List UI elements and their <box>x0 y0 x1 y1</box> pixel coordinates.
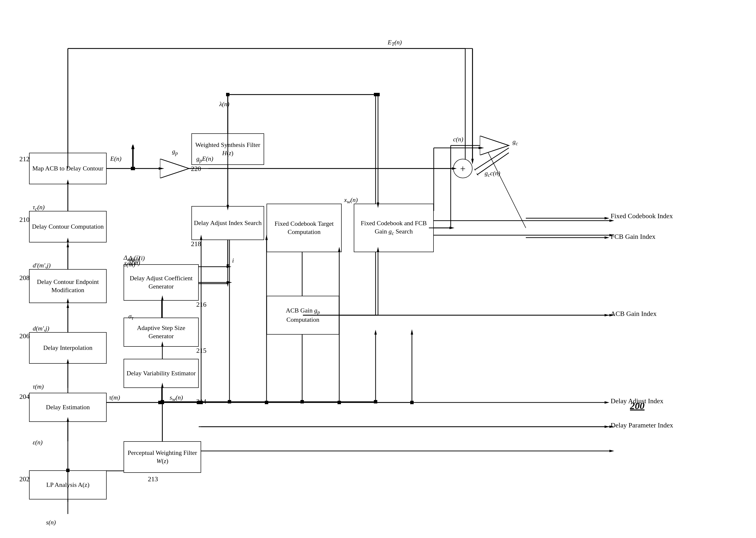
svg-marker-53 <box>226 264 229 269</box>
delay-contour-endpoint-label: Delay Contour Endpoint Modification <box>31 278 104 294</box>
out-delay-param-index: Delay Parameter Index <box>611 421 673 429</box>
svg-rect-44 <box>158 401 162 404</box>
svg-marker-13 <box>67 303 69 308</box>
num-214: 214 <box>196 398 207 405</box>
num-208: 208 <box>20 274 29 282</box>
svg-marker-42 <box>374 330 377 335</box>
svg-marker-15 <box>67 242 69 247</box>
lambda-n-label: λ(n) <box>219 101 229 108</box>
delay-interpolation-label: Delay Interpolation <box>43 344 93 352</box>
d-prime-label: d'(m',j) <box>33 262 51 269</box>
num-212: 212 <box>20 155 29 163</box>
svg-marker-154 <box>449 227 454 229</box>
svg-rect-137 <box>265 401 268 404</box>
e-n-label: E(n) <box>110 155 121 162</box>
acb-gain-label: ACB Gain gp Computation <box>269 306 337 324</box>
tau-m-right-label: τ(m) <box>109 394 120 401</box>
num-220: 220 <box>191 165 201 173</box>
svg-marker-170 <box>226 281 229 287</box>
svg-rect-101 <box>132 167 135 170</box>
gp-amplifier <box>160 159 194 178</box>
delay-adj-coeff-block: Delay Adjust Coefficient Generator <box>123 264 199 301</box>
sw-n-label: sw(n) <box>169 394 183 403</box>
num-218: 218 <box>191 240 201 248</box>
out-acb-gain-index: ACB Gain Index <box>611 310 657 318</box>
svg-marker-67 <box>604 217 609 219</box>
out-fcb-gain-index: FCB Gain Index <box>611 233 655 241</box>
svg-marker-129 <box>226 281 232 284</box>
svg-rect-20 <box>131 167 134 170</box>
map-acb-block: Map ACB to Delay Contour <box>29 153 107 184</box>
num-216: 216 <box>196 301 207 308</box>
svg-line-76 <box>485 145 526 228</box>
delay-contour-endpoint-block: Delay Contour Endpoint Modification <box>29 269 107 303</box>
s-n-label: s(n) <box>46 519 56 526</box>
svg-marker-105 <box>132 144 134 149</box>
svg-marker-22 <box>131 144 134 149</box>
svg-rect-135 <box>161 401 164 404</box>
delay-contour-computation-label: Delay Contour Computation <box>32 223 104 231</box>
delay-adj-search-block: Delay Adjust Index Search <box>191 206 264 240</box>
svg-rect-34 <box>228 400 231 404</box>
svg-rect-115 <box>376 93 380 96</box>
svg-marker-55 <box>226 265 231 268</box>
gc-cn-label: gcc(n) <box>485 170 500 178</box>
lp-analysis-label: LP Analysis A(z) <box>46 481 89 489</box>
num-210: 210 <box>20 216 29 224</box>
svg-marker-147 <box>411 329 413 335</box>
delay-interpolation-block: Delay Interpolation <box>29 332 107 364</box>
fcb-search-label: Fixed Codebook and FCB Gain gc Search <box>356 219 431 237</box>
delay-estimation-label: Delay Estimation <box>46 403 90 411</box>
epsilon-n-label: ε(n) <box>33 439 43 446</box>
c-n-label: c(n) <box>453 136 463 143</box>
svg-rect-35 <box>301 400 304 404</box>
fcb-search-block: Fixed Codebook and FCB Gain gc Search <box>354 204 434 252</box>
i-label: i <box>232 257 234 264</box>
svg-marker-75 <box>604 425 609 428</box>
tau-m-label: τ(m) <box>33 383 44 390</box>
delay-adj-coeff-label: Delay Adjust Coefficient Generator <box>126 274 196 291</box>
svg-marker-163 <box>474 168 476 171</box>
delay-estimation-block: Delay Estimation <box>29 393 107 422</box>
svg-marker-111 <box>471 159 474 164</box>
num-204: 204 <box>20 393 29 401</box>
delay-contour-computation-block: Delay Contour Computation <box>29 211 107 242</box>
xw-n-label: xw(n) <box>344 196 358 205</box>
svg-rect-26 <box>374 93 377 96</box>
delay-variability-label: Delay Variability Estimator <box>126 369 196 378</box>
et-n-label: ET(n) <box>388 39 402 47</box>
num-202: 202 <box>20 475 29 483</box>
tau-c-n-label: τc(n) <box>33 204 45 212</box>
svg-rect-145 <box>410 401 414 404</box>
d-m-label: d(m',j) <box>33 325 49 332</box>
acb-gain-block: ACB Gain gp Computation <box>266 296 339 335</box>
gpe-n-label: gpE(n) <box>196 155 213 164</box>
svg-rect-141 <box>338 401 341 404</box>
num-213: 213 <box>148 475 158 483</box>
svg-rect-121 <box>161 401 164 404</box>
sum-circle: + <box>453 159 473 178</box>
svg-rect-113 <box>226 93 229 96</box>
out-fixed-codebook-index: Fixed Codebook Index <box>611 212 673 220</box>
sigma-tau-label: στ <box>128 313 133 321</box>
gp-label: gp <box>172 148 178 156</box>
diagram-lines <box>0 0 756 538</box>
delay-adj-search-label: Delay Adjust Index Search <box>194 219 261 227</box>
svg-marker-87 <box>480 136 509 155</box>
svg-rect-24 <box>226 93 229 96</box>
delay-variability-block: Delay Variability Estimator <box>123 359 199 388</box>
perc-filter-block: Perceptual Weighting Filter W(z) <box>123 441 201 473</box>
fcb-target-block: Fixed Codebook Target Computation <box>266 204 342 252</box>
adaptive-step-block: Adaptive Step Size Generator <box>123 318 199 347</box>
fcb-target-label: Fixed Codebook Target Computation <box>269 220 339 236</box>
perc-filter-label: Perceptual Weighting Filter W(z) <box>126 449 199 465</box>
svg-marker-73 <box>604 401 609 404</box>
gc-label: gc <box>512 138 518 147</box>
num-215: 215 <box>196 347 207 354</box>
extra-lines <box>0 0 756 538</box>
lp-analysis-block: LP Analysis A(z) <box>29 470 107 500</box>
svg-marker-84 <box>477 173 479 176</box>
svg-rect-36 <box>374 400 377 404</box>
map-acb-label: Map ACB to Delay Contour <box>32 164 103 173</box>
svg-marker-65 <box>449 227 454 229</box>
